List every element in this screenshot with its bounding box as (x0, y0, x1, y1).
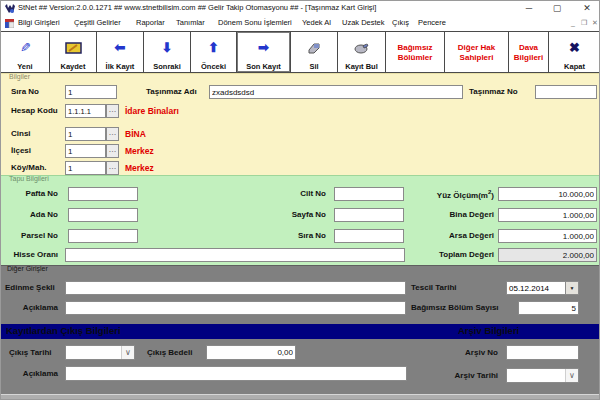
menu-item-cesitli-gelirler[interactable]: Çeşitli Gelirler (74, 18, 121, 27)
menu-item-cikis[interactable]: Çıkış (392, 18, 409, 27)
tapu-group-label: Tapu Bilgileri (9, 175, 49, 182)
sayfa-no-input[interactable] (334, 208, 404, 222)
koymah-input[interactable] (65, 161, 106, 175)
tescil-tarihi-combo[interactable]: 05.12.2014 ▼ (506, 281, 579, 295)
close-form-button[interactable]: ✖ Kapat (549, 32, 600, 72)
find-record-button[interactable]: Kayıt Bul (338, 32, 386, 72)
eraser-icon (306, 42, 322, 55)
independent-sections-button[interactable]: Bağımsız Bölümler (386, 32, 445, 72)
tasinmaz-adi-input[interactable] (209, 85, 463, 99)
app-icon (5, 4, 15, 14)
koymah-browse-button[interactable]: … (106, 161, 119, 175)
cinsi-browse-button[interactable]: … (106, 127, 119, 141)
ilcesi-label: İlçesi (11, 146, 31, 155)
menu-item-yedek-al[interactable]: Yedek Al (302, 18, 331, 27)
hisse-orani-label: Hisse Oranı (3, 250, 58, 259)
ilcesi-browse-button[interactable]: … (106, 144, 119, 158)
minimize-button[interactable]: ─ (518, 1, 540, 16)
tapu-sira-no-label: Sıra No (271, 231, 326, 240)
tasinmaz-no-label: Taşınmaz No (469, 87, 518, 96)
app-window: StNet ## Version:2.0.0.1271 ## www.stnet… (0, 0, 600, 400)
pencil-icon: ✎ (20, 41, 31, 55)
mdi-minimize-button[interactable]: _ (571, 19, 575, 26)
cilt-no-input[interactable] (334, 187, 404, 201)
new-button[interactable]: ✎ Yeni (1, 32, 50, 72)
yuz-olcum-label: Yüz Ölçüm(m2) (406, 189, 494, 200)
ilcesi-input[interactable] (65, 144, 106, 158)
mdi-restore-button[interactable]: ❐ (581, 19, 587, 27)
cikis-tarihi-label: Çıkış Tarihi (9, 348, 52, 357)
arrow-right-icon: ➡ (258, 41, 269, 55)
chevron-down-icon[interactable]: ∨ (121, 346, 134, 359)
yuz-olcum-input[interactable] (498, 187, 597, 201)
tapu-sira-no-input[interactable] (334, 229, 404, 243)
hesap-kodu-lookup-text: İdare Binaları (125, 106, 179, 116)
bina-degeri-label: Bina Değeri (406, 210, 494, 219)
menu-bar: Bilgi Girişleri Çeşitli Gelirler Raporla… (1, 16, 600, 31)
hesap-kodu-browse-button[interactable]: … (106, 104, 119, 118)
edinme-sekli-input[interactable] (65, 281, 406, 295)
edinme-sekli-label: Edinme Şekli (5, 283, 55, 292)
diger-aciklama-label: Açıklama (3, 303, 58, 312)
menu-item-pencere[interactable]: Pencere (418, 18, 446, 27)
menu-item-tanimlar[interactable]: Tanımlar (176, 18, 205, 27)
diger-group-label: Diğer Girişler (7, 265, 48, 272)
koymah-label: Köy/Mah. (11, 163, 47, 172)
arsiv-no-input[interactable] (506, 345, 579, 360)
hesap-kodu-input[interactable] (65, 104, 106, 118)
other-rights-holders-button[interactable]: Diğer Hak Sahipleri (445, 32, 509, 72)
delete-button[interactable]: Sil (291, 32, 338, 72)
menu-item-raporlar[interactable]: Raporlar (136, 18, 165, 27)
cikis-tarihi-combo[interactable]: ∨ (65, 345, 135, 360)
pafta-no-label: Pafta No (6, 189, 58, 198)
tasinmaz-no-input[interactable] (535, 85, 597, 99)
cikis-bedeli-label: Çıkış Bedeli (147, 348, 192, 357)
cikis-aciklama-label: Açıklama (3, 369, 58, 378)
toolbar: ✎ Yeni Kaydet ⬅ İlk Kayıt ⬇ Sonraki ⬆ Ön… (1, 31, 600, 73)
mdi-close-button[interactable]: ✕ (592, 19, 598, 27)
cikis-aciklama-input[interactable] (65, 366, 407, 381)
arsiv-tarihi-label: Arşiv Tarihi (441, 371, 498, 380)
previous-record-button[interactable]: ⬆ Önceki (191, 32, 237, 72)
save-icon (65, 42, 82, 55)
last-record-button[interactable]: ➡ Son Kayıt (237, 32, 291, 72)
save-button[interactable]: Kaydet (50, 32, 97, 72)
hesap-kodu-label: Hesap Kodu (11, 106, 58, 115)
tescil-tarihi-label: Tescil Tarihi (411, 283, 457, 292)
arsa-degeri-label: Arsa Değeri (406, 231, 494, 240)
next-record-button[interactable]: ⬇ Sonraki (144, 32, 191, 72)
pafta-no-input[interactable] (68, 187, 138, 201)
cikis-bedeli-input[interactable] (206, 345, 296, 360)
menu-item-uzak-destek[interactable]: Uzak Destek (342, 18, 385, 27)
sira-no-input[interactable] (65, 85, 117, 99)
bagimsiz-bolum-label: Bağımsız Bölüm Sayısı (411, 303, 499, 312)
maximize-button[interactable]: ▢ (546, 1, 568, 16)
first-record-button[interactable]: ⬅ İlk Kayıt (97, 32, 144, 72)
menu-item-bilgi-girisleri[interactable]: Bilgi Girişleri (18, 18, 60, 27)
arsiv-tarihi-combo[interactable]: ∨ (506, 368, 579, 383)
bina-degeri-input[interactable] (498, 208, 597, 222)
arsa-degeri-input[interactable] (498, 229, 597, 243)
chevron-down-icon[interactable]: ∨ (565, 369, 578, 382)
lawsuit-info-button[interactable]: Dava Bilgileri (509, 32, 549, 72)
cinsi-label: Cinsi (11, 129, 31, 138)
arrow-up-icon: ⬆ (208, 41, 219, 55)
menu-item-donem-sonu[interactable]: Dönem Sonu İşlemleri (218, 18, 292, 27)
find-icon (353, 42, 370, 55)
close-x-icon: ✖ (569, 41, 580, 55)
bagimsiz-bolum-input[interactable] (518, 301, 579, 315)
cinsi-input[interactable] (65, 127, 106, 141)
hisse-orani-input[interactable] (65, 248, 405, 262)
close-button[interactable]: ✕ (576, 1, 598, 16)
cilt-no-label: Cilt No (271, 189, 326, 198)
ada-no-input[interactable] (68, 208, 138, 222)
dropdown-arrow-icon[interactable]: ▼ (565, 282, 578, 294)
ilcesi-lookup-text: Merkez (125, 146, 154, 156)
toplam-degeri-label: Toplam Değeri (406, 250, 494, 259)
arrow-left-icon: ⬅ (115, 41, 126, 55)
section-header-bar: Kayıtlardan Çıkış Bilgileri Arşiv Bilgil… (1, 324, 600, 339)
diger-aciklama-input[interactable] (65, 301, 406, 315)
window-title: StNet ## Version:2.0.0.1271 ## www.stnet… (18, 3, 376, 12)
parsel-no-input[interactable] (68, 229, 138, 243)
ada-no-label: Ada No (6, 210, 58, 219)
